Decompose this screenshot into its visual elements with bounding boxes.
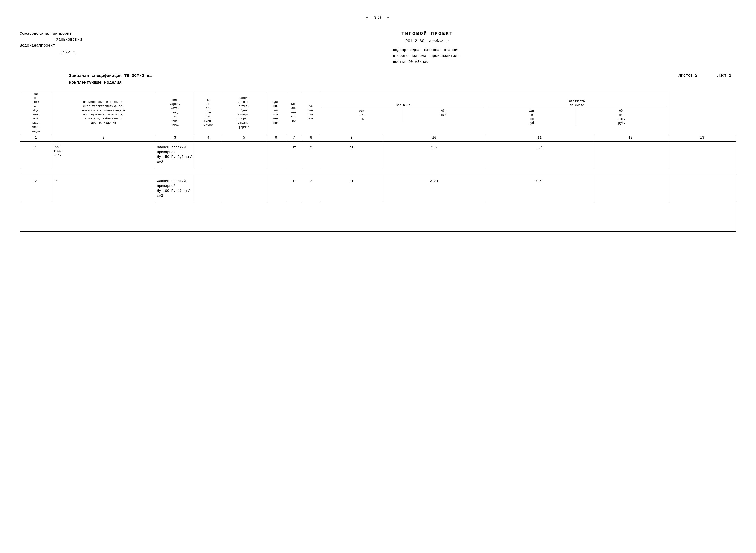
row2-qty: 2 (302, 175, 320, 202)
row2-weight-unit: 3,81 (383, 175, 486, 202)
col-header-type: Тип,марка,ката-лог,№чер-тежа (155, 91, 195, 135)
empty-cell-1 (20, 202, 736, 217)
row2-name: Фланец плоский приварной Ду=100 Ру=10 кг… (155, 175, 195, 202)
row1-unit: шт (286, 141, 302, 168)
row2-type (195, 175, 222, 202)
col-header-mat: Ма-те-ри-ал- (302, 91, 320, 135)
row2-unit: шт (286, 175, 302, 202)
spec-title-block: Заказная спецификация ТВ-3СМ/2 на компле… (20, 72, 736, 86)
table-row: 2 -"- Фланец плоский приварной Ду=100 Ру… (20, 175, 736, 202)
header-center: ТИПОВОЙ ПРОЕКТ 901-2-60 Альбом 1? Водопр… (118, 31, 736, 65)
header-block: Союзводоканалниипроект Харьковский Водок… (20, 31, 736, 65)
col-header-qty: Ко-ли-че-ст-во (286, 91, 302, 135)
col-header-manuf: Завод-изгото-витель/дляимпорт.оборуд.стр… (222, 91, 266, 135)
desc-line1: Водопроводная насосная станция (393, 47, 461, 53)
page-number: - 13 - (20, 15, 736, 21)
col-num-8: 8 (302, 135, 320, 142)
desc-line2: второго подъема, производитель- (393, 53, 461, 59)
spec-title-line1: Заказная спецификация ТВ-3СМ/2 на (69, 72, 152, 79)
spacer-row-1 (20, 168, 736, 175)
row1-qty: 2 (302, 141, 320, 168)
col-header-cost: Стоимостьпо смете еди-ни-цыруб. об-щаяты… (486, 91, 668, 135)
row1-weight-total: 6,4 (486, 141, 593, 168)
spec-table: №№пп Шифрпообще-союз-нойклас-сифи-кации … (20, 91, 736, 231)
org-line2: Харьковский (20, 37, 118, 43)
row1-code: ГОСТ1255--67★ (52, 141, 155, 168)
row1-type (195, 141, 222, 168)
row1-mat: ст (320, 141, 383, 168)
col-header-num: №№пп Шифрпообще-союз-нойклас-сифи-кации (20, 91, 52, 135)
empty-row-2 (20, 217, 736, 231)
table-header-row: №№пп Шифрпообще-союз-нойклас-сифи-кации … (20, 91, 736, 135)
row2-cost-unit (593, 175, 668, 202)
col-header-unit: Еди-ни-цаиз-ме-ния (266, 91, 286, 135)
page: - 13 - Союзводоканалниипроект Харьковски… (0, 0, 756, 553)
row2-manuf (266, 175, 286, 202)
row1-name: Фланец плоский приварной Ду=150 Ру=2,5 к… (155, 141, 195, 168)
row1-manuf (266, 141, 286, 168)
project-title: ТИПОВОЙ ПРОЕКТ (118, 31, 736, 36)
col-num-9: 9 (320, 135, 383, 142)
desc-line3: ностью 90 м3/час (393, 59, 461, 65)
col-num-4: 4 (195, 135, 222, 142)
col-header-weight: Вес в кг еди-ни-цы об-щий (320, 91, 486, 135)
spacer-cell (20, 168, 736, 175)
sheets-total: Листов 2 (679, 73, 698, 78)
sheet-current: Лист 1 (717, 73, 731, 78)
table-row: 1 ГОСТ1255--67★ Фланец плоский приварной… (20, 141, 736, 168)
col-num-10: 10 (383, 135, 486, 142)
spec-title: Заказная спецификация ТВ-3СМ/2 на компле… (69, 72, 152, 86)
row2-pos (222, 175, 266, 202)
row1-cost-unit (593, 141, 668, 168)
spec-title-line2: комплектующие изделия (69, 79, 152, 86)
header-left: Союзводоканалниипроект Харьковский Водок… (20, 31, 118, 65)
col-num-1: 1 (20, 135, 52, 142)
org-year: 1972 г. (20, 50, 118, 56)
col-num-12: 12 (593, 135, 668, 142)
col-header-pos: №по-зи-циипотехн.схеме (195, 91, 222, 135)
album-label: Альбом 1? (429, 39, 449, 44)
table-col-numbers: 1 2 3 4 5 6 7 8 9 10 11 12 13 (20, 135, 736, 142)
project-description: Водопроводная насосная станция второго п… (393, 47, 461, 65)
empty-row-1 (20, 202, 736, 217)
project-num: 901-2-60 (405, 39, 424, 44)
col-num-13: 13 (668, 135, 736, 142)
col-num-11: 11 (486, 135, 593, 142)
project-number-block: 901-2-60 Альбом 1? (118, 39, 736, 44)
row1-num: 1 (20, 141, 52, 168)
row2-code: -"- (52, 175, 155, 202)
org-line1: Союзводоканалниипроект (20, 31, 118, 37)
empty-cell-2 (20, 217, 736, 231)
row2-num: 2 (20, 175, 52, 202)
col-num-7: 7 (286, 135, 302, 142)
row2-weight-total: 7,62 (486, 175, 593, 202)
col-num-5: 5 (222, 135, 266, 142)
row1-pos (222, 141, 266, 168)
row2-cost-total (668, 175, 736, 202)
col-num-6: 6 (266, 135, 286, 142)
sheet-info: Листов 2 Лист 1 (679, 72, 736, 78)
col-num-3: 3 (155, 135, 195, 142)
row1-cost-total (668, 141, 736, 168)
row2-mat: ст (320, 175, 383, 202)
col-num-2: 2 (52, 135, 155, 142)
col-header-name: Наименование и техниче- ская характерист… (52, 91, 155, 135)
org-line3: Водоканалпроект (20, 43, 118, 49)
row1-weight-unit: 3,2 (383, 141, 486, 168)
